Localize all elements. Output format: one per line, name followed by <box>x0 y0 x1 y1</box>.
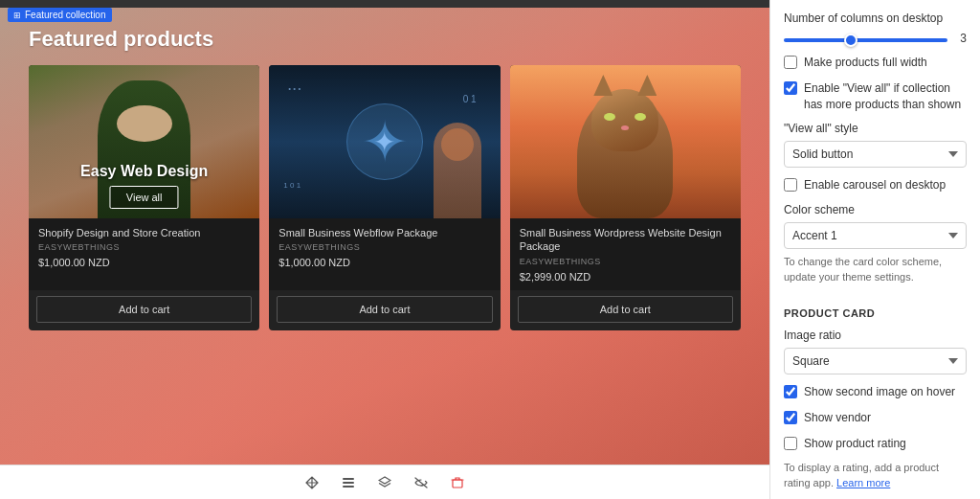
columns-value: 3 <box>955 32 967 45</box>
columns-slider[interactable] <box>784 38 947 42</box>
add-to-cart-3[interactable]: Add to cart <box>518 296 733 323</box>
show-vendor-label[interactable]: Show vendor <box>804 410 967 426</box>
product-vendor-3: EASYWEBTHINGS <box>520 257 731 266</box>
card-overlay-1: Easy Web Design View all <box>80 163 208 209</box>
preview-content: Featured products Easy Web Design View a… <box>0 8 769 465</box>
enable-carousel-checkbox[interactable] <box>784 178 797 192</box>
enable-view-all-row: Enable "View all" if collection has more… <box>784 80 967 113</box>
show-rating-label[interactable]: Show product rating <box>804 436 967 452</box>
image-ratio-select[interactable]: Adapt Square Portrait <box>784 348 967 374</box>
slider-row: 3 <box>784 31 967 45</box>
svg-rect-1 <box>343 482 354 484</box>
show-second-image-label[interactable]: Show second image on hover <box>804 384 967 400</box>
add-to-cart-1[interactable]: Add to cart <box>36 296 252 323</box>
product-image-2: ✦ • • • 0 1 1 0 1 <box>269 65 500 218</box>
product-price-3: $2,999.00 NZD <box>520 271 731 283</box>
columns-label: Number of columns on desktop <box>784 11 967 25</box>
product-card-section-title: PRODUCT CARD <box>784 307 967 319</box>
svg-rect-2 <box>343 486 354 488</box>
visibility-tool-button[interactable] <box>409 472 434 493</box>
view-all-button[interactable]: View all <box>110 186 179 209</box>
learn-more-link[interactable]: Learn more <box>836 477 890 488</box>
make-full-width-checkbox[interactable] <box>784 56 797 69</box>
show-vendor-row: Show vendor <box>784 410 967 426</box>
enable-view-all-checkbox[interactable] <box>784 81 797 95</box>
product-image-1: Easy Web Design View all <box>29 65 259 218</box>
featured-collection-badge: Featured collection <box>8 8 112 22</box>
make-full-width-label[interactable]: Make products full width <box>804 55 967 71</box>
color-scheme-select[interactable]: Default Accent 1 Accent 2 Inverse <box>784 222 967 249</box>
badge-label: Featured collection <box>25 10 106 20</box>
rating-helper: To display a rating, add a product ratin… <box>784 461 967 490</box>
top-bar <box>0 0 769 8</box>
add-to-cart-2[interactable]: Add to cart <box>277 296 492 323</box>
overlay-title-1: Easy Web Design <box>80 163 208 180</box>
product-info-2: Small Business Webflow Package EASYWEBTH… <box>269 218 500 290</box>
show-second-image-checkbox[interactable] <box>784 385 797 398</box>
settings-panel: Number of columns on desktop 3 Make prod… <box>769 0 980 499</box>
bottom-toolbar <box>0 465 769 499</box>
color-scheme-helper: To change the card color scheme, update … <box>784 255 967 284</box>
featured-products-title: Featured products <box>29 27 741 52</box>
image-ratio-setting: Image ratio Adapt Square Portrait <box>784 329 967 374</box>
product-card: Easy Web Design View all Shopify Design … <box>29 65 259 330</box>
move-tool-button[interactable] <box>300 472 324 493</box>
product-name-2: Small Business Webflow Package <box>278 226 490 239</box>
enable-carousel-row: Enable carousel on desktop <box>784 177 967 193</box>
view-all-style-select[interactable]: Solid button Outline button Link <box>784 141 967 168</box>
product-name-1: Shopify Design and Store Creation <box>38 226 250 239</box>
svg-rect-0 <box>343 478 354 480</box>
product-name-3: Small Business Wordpress Website Design … <box>520 226 731 254</box>
make-full-width-row: Make products full width <box>784 55 967 71</box>
product-image-3 <box>510 65 741 218</box>
delete-tool-button[interactable] <box>445 472 470 493</box>
color-scheme-label: Color scheme <box>784 203 967 216</box>
preview-panel: Featured collection Featured products Ea… <box>0 0 769 499</box>
layers-tool-button[interactable] <box>372 472 397 493</box>
product-info-1: Shopify Design and Store Creation EASYWE… <box>29 218 259 290</box>
image-ratio-label: Image ratio <box>784 329 967 342</box>
product-price-2: $1,000.00 NZD <box>278 257 490 268</box>
svg-rect-3 <box>453 480 462 488</box>
product-card-2: ✦ • • • 0 1 1 0 1 Small Business Webflow… <box>269 65 500 330</box>
columns-setting: Number of columns on desktop 3 <box>784 11 967 45</box>
enable-carousel-label[interactable]: Enable carousel on desktop <box>804 177 967 193</box>
show-vendor-checkbox[interactable] <box>784 411 797 424</box>
enable-view-all-label[interactable]: Enable "View all" if collection has more… <box>804 80 967 113</box>
product-info-3: Small Business Wordpress Website Design … <box>510 218 741 290</box>
product-vendor-1: EASYWEBTHINGS <box>38 242 250 252</box>
show-rating-checkbox[interactable] <box>784 437 797 450</box>
show-second-image-row: Show second image on hover <box>784 384 967 400</box>
product-card-3: Small Business Wordpress Website Design … <box>510 65 741 330</box>
products-grid: Easy Web Design View all Shopify Design … <box>29 65 741 330</box>
show-rating-row: Show product rating <box>784 436 967 452</box>
list-tool-button[interactable] <box>336 472 361 493</box>
product-vendor-2: EASYWEBTHINGS <box>278 242 490 252</box>
view-all-style-label: "View all" style <box>784 122 967 135</box>
slider-container <box>784 31 947 45</box>
product-price-1: $1,000.00 NZD <box>38 257 250 268</box>
color-scheme-setting: Color scheme Default Accent 1 Accent 2 I… <box>784 203 967 284</box>
view-all-style-setting: "View all" style Solid button Outline bu… <box>784 122 967 168</box>
